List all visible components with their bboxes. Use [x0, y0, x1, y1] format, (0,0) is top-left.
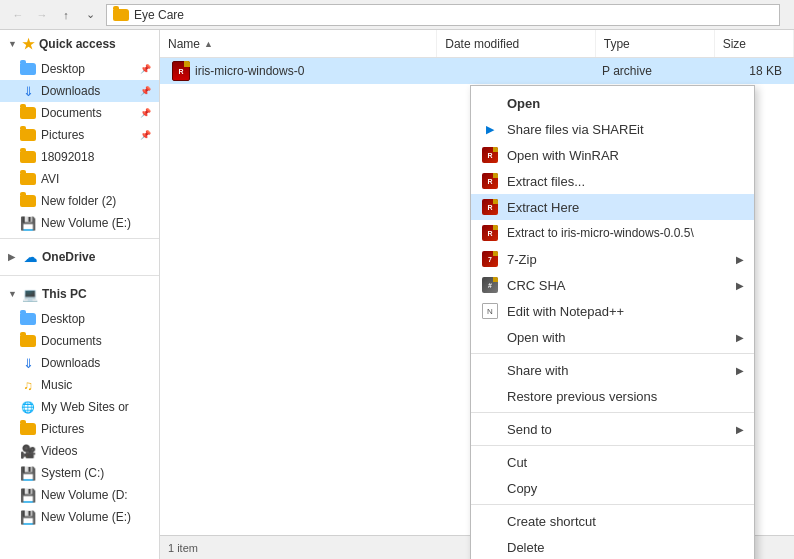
address-bar[interactable]: Eye Care: [106, 4, 780, 26]
sidebar-item-system-c[interactable]: 💾 System (C:): [0, 462, 159, 484]
col-size-header[interactable]: Size: [715, 30, 794, 57]
webpage-icon: 🌐: [20, 399, 36, 415]
desktop-icon: [20, 61, 36, 77]
ctx-crcsha[interactable]: # CRC SHA: [471, 272, 754, 298]
pictures-icon: [20, 127, 36, 143]
main-container: ▼ ★ Quick access Desktop 📌 ⇓ Downloads 📌…: [0, 30, 794, 559]
ctx-send-to[interactable]: Send to: [471, 416, 754, 442]
winrar-icon: R: [481, 146, 499, 164]
ctx-extract-to[interactable]: R Extract to iris-micro-windows-0.0.5\: [471, 220, 754, 246]
thispc-header[interactable]: ▼ 💻 This PC: [0, 280, 159, 308]
folder-icon: [20, 193, 36, 209]
ctx-open-with[interactable]: Open with: [471, 324, 754, 350]
ctx-cut-label: Cut: [507, 455, 527, 470]
sidebar-item-music-thispc[interactable]: ♫ Music: [0, 374, 159, 396]
ctx-open-winrar[interactable]: R Open with WinRAR: [471, 142, 754, 168]
ctx-copy[interactable]: Copy: [471, 475, 754, 501]
ctx-shareit-label: Share files via SHAREit: [507, 122, 644, 137]
ctx-open-winrar-label: Open with WinRAR: [507, 148, 619, 163]
sidebar-item-label: My Web Sites or: [41, 400, 129, 414]
sidebar-item-documents-thispc[interactable]: Documents: [0, 330, 159, 352]
onedrive-header[interactable]: ▶ ☁ OneDrive: [0, 243, 159, 271]
ctx-open[interactable]: Open: [471, 90, 754, 116]
file-size-cell: 18 KB: [712, 64, 790, 78]
ctx-create-shortcut[interactable]: Create shortcut: [471, 508, 754, 534]
col-type-header[interactable]: Type: [596, 30, 715, 57]
ctx-extract-files[interactable]: R Extract files...: [471, 168, 754, 194]
ctx-extract-to-label: Extract to iris-micro-windows-0.0.5\: [507, 226, 694, 240]
sidebar-item-avi[interactable]: AVI: [0, 168, 159, 190]
sidebar-item-documents-quick[interactable]: Documents 📌: [0, 102, 159, 124]
drive-icon: 💾: [20, 215, 36, 231]
forward-button[interactable]: →: [32, 5, 52, 25]
pictures-icon: [20, 421, 36, 437]
onedrive-label: OneDrive: [42, 250, 95, 264]
table-row[interactable]: R iris-micro-windows-0 P archive 18 KB: [160, 58, 794, 84]
video-icon: 🎥: [20, 443, 36, 459]
content-area: Name ▲ Date modified Type Size R iris-mi…: [160, 30, 794, 559]
ctx-extract-here[interactable]: R Extract Here: [471, 194, 754, 220]
winrar-here-icon: R: [481, 198, 499, 216]
drive-icon: 💾: [20, 487, 36, 503]
ctx-restore-versions[interactable]: Restore previous versions: [471, 383, 754, 409]
pin-icon: 📌: [140, 86, 151, 96]
col-date-header[interactable]: Date modified: [437, 30, 596, 57]
onedrive-icon: ☁: [22, 249, 38, 265]
sidebar-item-newvolume-d[interactable]: 💾 New Volume (D:: [0, 484, 159, 506]
shareit-icon: ▶: [481, 120, 499, 138]
quick-access-header[interactable]: ▼ ★ Quick access: [0, 30, 159, 58]
sidebar-item-desktop-quick[interactable]: Desktop 📌: [0, 58, 159, 80]
sidebar-item-newvolume-e[interactable]: 💾 New Volume (E:): [0, 506, 159, 528]
col-date-label: Date modified: [445, 37, 519, 51]
folder-icon: [20, 149, 36, 165]
ctx-notepad[interactable]: N Edit with Notepad++: [471, 298, 754, 324]
sidebar-item-downloads-thispc[interactable]: ⇓ Downloads: [0, 352, 159, 374]
sidebar-item-newfolder2[interactable]: New folder (2): [0, 190, 159, 212]
sidebar-item-videos-thispc[interactable]: 🎥 Videos: [0, 440, 159, 462]
ctx-shareit[interactable]: ▶ Share files via SHAREit: [471, 116, 754, 142]
file-name-text: iris-micro-windows-0: [195, 64, 304, 78]
music-icon: ♫: [20, 377, 36, 393]
sort-arrow: ▲: [204, 39, 213, 49]
address-text: Eye Care: [134, 8, 184, 22]
ctx-send-to-label: Send to: [507, 422, 552, 437]
sidebar-item-label: New Volume (D:: [41, 488, 128, 502]
ctx-cut[interactable]: Cut: [471, 449, 754, 475]
ctx-share-with[interactable]: Share with: [471, 357, 754, 383]
documents-icon: [20, 105, 36, 121]
sidebar-item-desktop-thispc[interactable]: Desktop: [0, 308, 159, 330]
sidebar-item-label: New Volume (E:): [41, 510, 131, 524]
file-name-cell: R iris-micro-windows-0: [164, 61, 438, 81]
winrar-extract-icon: R: [481, 172, 499, 190]
back-button[interactable]: ←: [8, 5, 28, 25]
sidebar-item-pictures-thispc[interactable]: Pictures: [0, 418, 159, 440]
pin-icon: 📌: [140, 64, 151, 74]
folder-icon: [20, 171, 36, 187]
ctx-separator-1: [471, 353, 754, 354]
recent-button[interactable]: ⌄: [80, 5, 100, 25]
sidebar-item-label: Documents: [41, 334, 102, 348]
sidebar-item-18092018[interactable]: 18092018: [0, 146, 159, 168]
thispc-label: This PC: [42, 287, 87, 301]
ctx-share-with-label: Share with: [507, 363, 568, 378]
pin-icon: 📌: [140, 130, 151, 140]
sidebar-item-pictures-quick[interactable]: Pictures 📌: [0, 124, 159, 146]
up-button[interactable]: ↑: [56, 5, 76, 25]
folder-icon: [113, 9, 129, 21]
ctx-7zip[interactable]: 7 7-Zip: [471, 246, 754, 272]
chevron-icon: ▼: [8, 289, 18, 299]
ctx-create-shortcut-label: Create shortcut: [507, 514, 596, 529]
sidebar-item-newvolumee-quick[interactable]: 💾 New Volume (E:): [0, 212, 159, 234]
col-size-label: Size: [723, 37, 746, 51]
sidebar-item-label: Videos: [41, 444, 77, 458]
nav-buttons: ← → ↑ ⌄: [8, 5, 100, 25]
ctx-delete[interactable]: Delete: [471, 534, 754, 559]
quick-access-label: Quick access: [39, 37, 116, 51]
sidebar-item-label: Downloads: [41, 84, 100, 98]
col-name-header[interactable]: Name ▲: [160, 30, 437, 57]
sidebar-item-label: Pictures: [41, 128, 84, 142]
ctx-restore-label: Restore previous versions: [507, 389, 657, 404]
sidebar-item-websitesof[interactable]: 🌐 My Web Sites or: [0, 396, 159, 418]
sidebar-item-downloads-quick[interactable]: ⇓ Downloads 📌: [0, 80, 159, 102]
drive-icon: 💾: [20, 465, 36, 481]
